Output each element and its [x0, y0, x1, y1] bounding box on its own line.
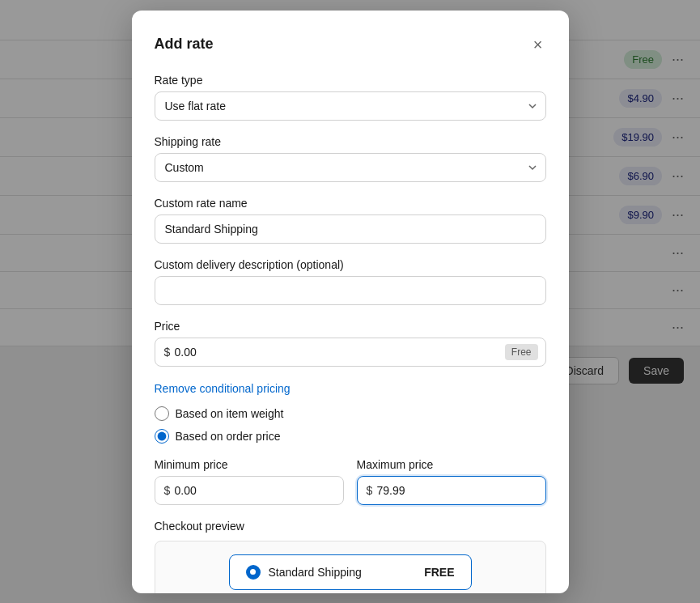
price-label: Price: [155, 320, 546, 333]
max-price-input-wrapper: $: [357, 476, 546, 505]
radio-order-price[interactable]: [155, 429, 169, 444]
radio-price-label: Based on order price: [176, 430, 281, 443]
min-price-label: Minimum price: [155, 458, 344, 471]
checkout-option: Standard Shipping FREE: [229, 554, 472, 590]
shipping-rate-select[interactable]: Custom Free: [155, 153, 546, 182]
radio-weight[interactable]: [155, 406, 169, 421]
max-price-col: Maximum price $: [357, 458, 546, 505]
shipping-rate-label: Shipping rate: [155, 135, 546, 148]
checkout-preview-label: Checkout preview: [155, 520, 546, 533]
radio-item-price[interactable]: Based on order price: [155, 429, 546, 444]
rate-type-select[interactable]: Use flat rate Use carrier or app to calc…: [155, 91, 546, 121]
min-price-input-wrapper: $: [155, 476, 344, 505]
min-price-input[interactable]: [155, 476, 344, 505]
max-price-label: Maximum price: [357, 458, 546, 471]
checkout-option-left: Standard Shipping: [246, 565, 362, 580]
custom-rate-name-group: Custom rate name: [155, 197, 546, 244]
remove-conditional-pricing-link[interactable]: Remove conditional pricing: [155, 382, 291, 395]
close-button[interactable]: ×: [530, 33, 546, 56]
custom-delivery-label: Custom delivery description (optional): [155, 258, 546, 271]
checkout-price-label: FREE: [424, 566, 454, 579]
max-price-input[interactable]: [357, 476, 546, 505]
min-price-col: Minimum price $: [155, 458, 344, 505]
rate-type-label: Rate type: [155, 74, 546, 87]
radio-weight-label: Based on item weight: [176, 407, 284, 420]
checkout-shipping-name: Standard Shipping: [269, 566, 362, 579]
custom-rate-name-label: Custom rate name: [155, 197, 546, 210]
radio-item-weight[interactable]: Based on item weight: [155, 406, 546, 421]
add-rate-modal: Add rate × Rate type Use flat rate Use c…: [132, 11, 569, 593]
price-group: Price $ Free: [155, 320, 546, 367]
checkout-preview-box: Standard Shipping FREE: [155, 541, 546, 593]
min-max-price-row: Minimum price $ Maximum price $: [155, 458, 546, 505]
shipping-rate-group: Shipping rate Custom Free: [155, 135, 546, 182]
rate-type-group: Rate type Use flat rate Use carrier or a…: [155, 74, 546, 121]
checkout-radio-icon: [246, 565, 261, 580]
modal-overlay: Add rate × Rate type Use flat rate Use c…: [0, 0, 700, 603]
custom-delivery-input[interactable]: [155, 276, 546, 305]
modal-title: Add rate: [155, 36, 214, 53]
custom-delivery-group: Custom delivery description (optional): [155, 258, 546, 305]
price-free-badge: Free: [505, 344, 538, 360]
price-input-wrapper: $ Free: [155, 338, 546, 367]
checkout-preview-section: Checkout preview Standard Shipping FREE: [155, 520, 546, 593]
conditional-pricing-radio-group: Based on item weight Based on order pric…: [155, 406, 546, 444]
modal-header: Add rate ×: [155, 33, 546, 56]
price-input[interactable]: [155, 338, 546, 367]
custom-rate-name-input[interactable]: [155, 214, 546, 244]
